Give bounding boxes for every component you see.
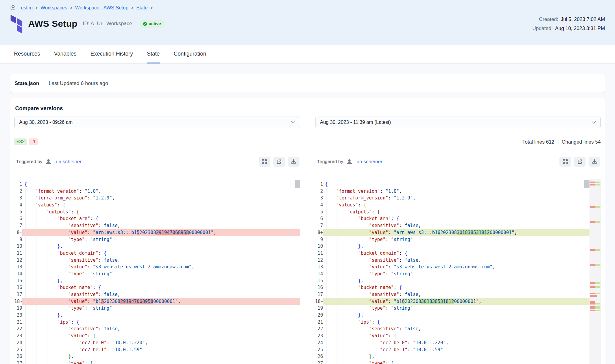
- indent-guide: [326, 284, 326, 291]
- indent-guide: [25, 222, 26, 229]
- version-select-left[interactable]: Aug 30, 2023 - 09:26 am: [14, 117, 300, 128]
- indent-guide: [69, 339, 69, 346]
- indent-guide: [47, 360, 47, 364]
- download-button[interactable]: [589, 157, 600, 167]
- breadcrumb-link-workspace-aws-setup[interactable]: Workspace - AWS Setup: [75, 5, 128, 11]
- changed-lines: Changed lines 54: [562, 139, 601, 145]
- workspace-meta: Created:Jul 5, 2023 7:02 AM Updated:Aug …: [532, 16, 605, 31]
- code-line-9: 9 "type": "string": [14, 236, 300, 243]
- indent-guide: [47, 243, 47, 250]
- status-label: active: [149, 21, 161, 26]
- indent-guide: [326, 291, 326, 298]
- indent-guide: [348, 319, 348, 326]
- download-icon: [592, 159, 597, 165]
- person-icon: [45, 158, 52, 165]
- code-line-3: 3 "terraform_version": "1.2.9",: [14, 195, 300, 202]
- indent-guide: [36, 264, 36, 270]
- code-line-22: 22 "sensitive": false,: [315, 325, 590, 332]
- indent-guide: [25, 229, 26, 236]
- indent-guide: [348, 298, 348, 305]
- indent-guide: [47, 332, 47, 339]
- triggered-by-user-link[interactable]: uri scheiner: [56, 159, 81, 165]
- indent-guide: [47, 270, 47, 277]
- expand-button[interactable]: [559, 157, 571, 167]
- indent-guide: [25, 325, 26, 332]
- panel-actions: [259, 157, 299, 167]
- download-icon: [291, 159, 296, 165]
- indent-guide: [36, 360, 36, 364]
- indent-guide: [326, 229, 326, 236]
- triggered-by-label: Triggered by: [317, 159, 343, 164]
- indent-guide: [36, 339, 36, 346]
- breadcrumb-link-state[interactable]: State: [136, 5, 148, 11]
- external-link-icon: [577, 159, 583, 165]
- indent-guide: [337, 270, 337, 277]
- indent-guide: [337, 229, 337, 236]
- workspace-id: ID: A_Uri_Workspace: [83, 21, 132, 27]
- open-in-new-button[interactable]: [273, 157, 285, 167]
- indent-guide: [36, 332, 36, 339]
- code-line-27: 27 "type": [: [315, 360, 590, 364]
- indent-guide: [326, 270, 326, 277]
- diff-map-mark: [590, 301, 595, 303]
- indent-guide: [337, 353, 337, 360]
- indent-guide: [36, 353, 36, 360]
- indent-guide: [36, 209, 36, 216]
- tab-configuration[interactable]: Configuration: [174, 45, 206, 63]
- diff-overview-ruler[interactable]: [589, 179, 601, 364]
- code-line-1: 1{: [315, 181, 590, 188]
- indent-guide: [326, 360, 326, 364]
- indent-guide: [348, 332, 348, 339]
- code-line-19: 19 "type": "string": [315, 305, 590, 312]
- indent-guide: [348, 215, 348, 222]
- tab-state[interactable]: State: [147, 45, 160, 63]
- tab-execution-history[interactable]: Execution History: [91, 45, 133, 63]
- indent-guide: [359, 229, 359, 236]
- indent-guide: [58, 298, 58, 305]
- expand-button[interactable]: [259, 157, 270, 167]
- indent-guide: [47, 277, 47, 284]
- version-select-right[interactable]: Aug 30, 2023 - 11:39 am (Latest): [315, 117, 601, 128]
- indent-guide: [359, 291, 359, 298]
- triggered-by-row: Triggered by uri scheiner: [315, 153, 601, 170]
- updated-label: Updated:: [532, 26, 553, 31]
- diff-panels: Triggered by uri scheiner: [14, 153, 601, 364]
- indent-guide: [326, 188, 326, 195]
- indent-guide: [58, 229, 58, 236]
- indent-guide: [47, 319, 47, 326]
- indent-guide: [337, 284, 337, 291]
- code-line-19: 19 "type": "string": [14, 305, 300, 312]
- indent-guide: [326, 257, 326, 264]
- code-line-15: 15 },: [315, 277, 590, 284]
- indent-guide: [47, 325, 47, 332]
- download-button[interactable]: [288, 157, 299, 167]
- indent-guide: [36, 229, 36, 236]
- open-in-new-button[interactable]: [574, 157, 586, 167]
- code-line-9: 9 "type": "string": [315, 236, 590, 243]
- indent-guide: [25, 277, 26, 284]
- breadcrumb-link-workspaces[interactable]: Workspaces: [40, 5, 67, 11]
- code-line-11: 11 "bucket_domain": {: [315, 250, 590, 257]
- indent-guide: [25, 346, 26, 353]
- main-content: State.json Last Updated 6 hours ago Comp…: [0, 64, 615, 364]
- box-icon: [10, 5, 16, 11]
- diff-map-mark: [590, 182, 600, 183]
- triggered-by-label: Triggered by: [16, 159, 42, 164]
- code-line-11: 11 "bucket_domain": {: [14, 250, 300, 257]
- indent-guide: [359, 270, 359, 277]
- code-line-8: 8- "value": "arn:aws:s3:::b1520230829194…: [14, 229, 300, 236]
- code-line-18: 18+ "value": "b1620230830183853181200000…: [315, 298, 590, 305]
- breadcrumb-link-testim[interactable]: Testim: [19, 5, 32, 11]
- indent-guide: [348, 236, 348, 243]
- created-value: Jul 5, 2023 7:02 AM: [561, 16, 605, 22]
- indent-guide: [58, 264, 58, 270]
- chevron-right-icon: >: [35, 5, 38, 10]
- tab-resources[interactable]: Resources: [14, 45, 40, 63]
- triggered-by-user-link[interactable]: uri scheiner: [357, 159, 382, 165]
- indent-guide: [25, 339, 26, 346]
- code-line-20: 20 },: [315, 312, 590, 319]
- code-line-2: 2 "format_version": "1.0",: [315, 188, 590, 195]
- indent-guide: [359, 222, 359, 229]
- indent-guide: [359, 353, 359, 360]
- tab-variables[interactable]: Variables: [54, 45, 77, 63]
